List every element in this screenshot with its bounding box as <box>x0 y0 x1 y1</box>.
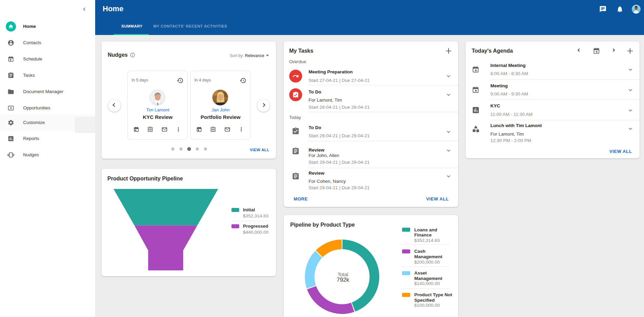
svg-text:$: $ <box>10 106 12 110</box>
